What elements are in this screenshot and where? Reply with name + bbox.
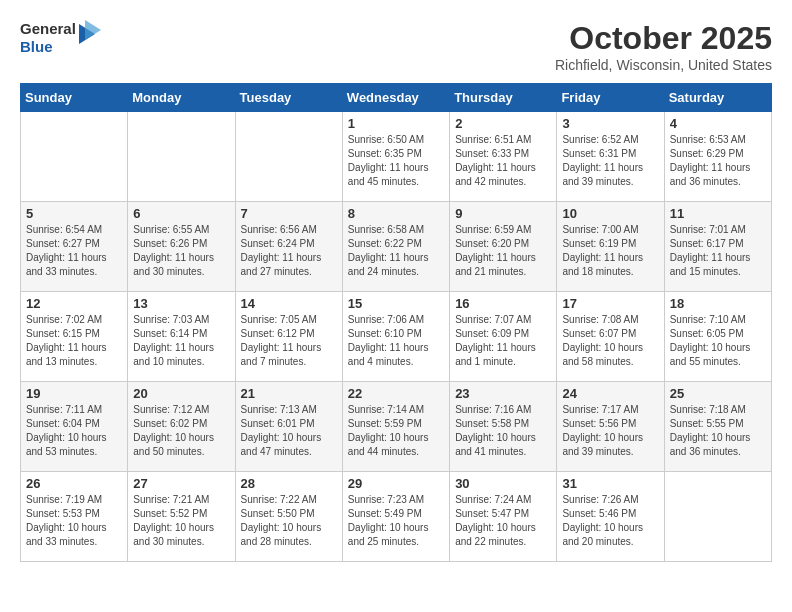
calendar-cell: 22Sunrise: 7:14 AM Sunset: 5:59 PM Dayli… — [342, 382, 449, 472]
day-number: 5 — [26, 206, 122, 221]
day-info: Sunrise: 7:26 AM Sunset: 5:46 PM Dayligh… — [562, 493, 658, 549]
calendar-table: SundayMondayTuesdayWednesdayThursdayFrid… — [20, 83, 772, 562]
day-number: 23 — [455, 386, 551, 401]
calendar-cell: 31Sunrise: 7:26 AM Sunset: 5:46 PM Dayli… — [557, 472, 664, 562]
logo: General Blue — [20, 20, 101, 56]
day-number: 8 — [348, 206, 444, 221]
day-info: Sunrise: 7:01 AM Sunset: 6:17 PM Dayligh… — [670, 223, 766, 279]
day-number: 17 — [562, 296, 658, 311]
day-of-week-header: Thursday — [450, 84, 557, 112]
svg-marker-1 — [85, 20, 101, 40]
calendar-cell: 2Sunrise: 6:51 AM Sunset: 6:33 PM Daylig… — [450, 112, 557, 202]
day-info: Sunrise: 6:51 AM Sunset: 6:33 PM Dayligh… — [455, 133, 551, 189]
day-info: Sunrise: 7:02 AM Sunset: 6:15 PM Dayligh… — [26, 313, 122, 369]
header-row: SundayMondayTuesdayWednesdayThursdayFrid… — [21, 84, 772, 112]
week-row: 26Sunrise: 7:19 AM Sunset: 5:53 PM Dayli… — [21, 472, 772, 562]
day-info: Sunrise: 7:14 AM Sunset: 5:59 PM Dayligh… — [348, 403, 444, 459]
calendar-cell — [128, 112, 235, 202]
logo-arrow-icon — [79, 20, 101, 48]
day-number: 18 — [670, 296, 766, 311]
calendar-cell: 9Sunrise: 6:59 AM Sunset: 6:20 PM Daylig… — [450, 202, 557, 292]
day-number: 2 — [455, 116, 551, 131]
day-info: Sunrise: 7:08 AM Sunset: 6:07 PM Dayligh… — [562, 313, 658, 369]
day-info: Sunrise: 7:07 AM Sunset: 6:09 PM Dayligh… — [455, 313, 551, 369]
day-of-week-header: Tuesday — [235, 84, 342, 112]
page-header: General Blue October 2025 Richfield, Wis… — [20, 20, 772, 73]
calendar-cell: 20Sunrise: 7:12 AM Sunset: 6:02 PM Dayli… — [128, 382, 235, 472]
day-number: 28 — [241, 476, 337, 491]
calendar-cell — [235, 112, 342, 202]
day-number: 7 — [241, 206, 337, 221]
calendar-cell: 4Sunrise: 6:53 AM Sunset: 6:29 PM Daylig… — [664, 112, 771, 202]
day-number: 25 — [670, 386, 766, 401]
location: Richfield, Wisconsin, United States — [555, 57, 772, 73]
day-info: Sunrise: 6:53 AM Sunset: 6:29 PM Dayligh… — [670, 133, 766, 189]
calendar-cell: 27Sunrise: 7:21 AM Sunset: 5:52 PM Dayli… — [128, 472, 235, 562]
day-number: 9 — [455, 206, 551, 221]
calendar-cell — [664, 472, 771, 562]
day-number: 3 — [562, 116, 658, 131]
day-of-week-header: Monday — [128, 84, 235, 112]
day-info: Sunrise: 7:23 AM Sunset: 5:49 PM Dayligh… — [348, 493, 444, 549]
day-number: 27 — [133, 476, 229, 491]
calendar-cell: 18Sunrise: 7:10 AM Sunset: 6:05 PM Dayli… — [664, 292, 771, 382]
day-of-week-header: Wednesday — [342, 84, 449, 112]
title-block: October 2025 Richfield, Wisconsin, Unite… — [555, 20, 772, 73]
day-number: 20 — [133, 386, 229, 401]
day-info: Sunrise: 6:55 AM Sunset: 6:26 PM Dayligh… — [133, 223, 229, 279]
day-info: Sunrise: 7:00 AM Sunset: 6:19 PM Dayligh… — [562, 223, 658, 279]
calendar-cell: 19Sunrise: 7:11 AM Sunset: 6:04 PM Dayli… — [21, 382, 128, 472]
calendar-cell: 23Sunrise: 7:16 AM Sunset: 5:58 PM Dayli… — [450, 382, 557, 472]
calendar-cell: 28Sunrise: 7:22 AM Sunset: 5:50 PM Dayli… — [235, 472, 342, 562]
calendar-body: 1Sunrise: 6:50 AM Sunset: 6:35 PM Daylig… — [21, 112, 772, 562]
day-info: Sunrise: 7:16 AM Sunset: 5:58 PM Dayligh… — [455, 403, 551, 459]
calendar-cell: 13Sunrise: 7:03 AM Sunset: 6:14 PM Dayli… — [128, 292, 235, 382]
calendar-cell: 29Sunrise: 7:23 AM Sunset: 5:49 PM Dayli… — [342, 472, 449, 562]
day-info: Sunrise: 7:13 AM Sunset: 6:01 PM Dayligh… — [241, 403, 337, 459]
day-of-week-header: Friday — [557, 84, 664, 112]
week-row: 12Sunrise: 7:02 AM Sunset: 6:15 PM Dayli… — [21, 292, 772, 382]
day-info: Sunrise: 7:11 AM Sunset: 6:04 PM Dayligh… — [26, 403, 122, 459]
calendar-cell: 25Sunrise: 7:18 AM Sunset: 5:55 PM Dayli… — [664, 382, 771, 472]
day-info: Sunrise: 7:24 AM Sunset: 5:47 PM Dayligh… — [455, 493, 551, 549]
calendar-cell: 3Sunrise: 6:52 AM Sunset: 6:31 PM Daylig… — [557, 112, 664, 202]
calendar-cell: 16Sunrise: 7:07 AM Sunset: 6:09 PM Dayli… — [450, 292, 557, 382]
day-info: Sunrise: 7:17 AM Sunset: 5:56 PM Dayligh… — [562, 403, 658, 459]
day-info: Sunrise: 7:21 AM Sunset: 5:52 PM Dayligh… — [133, 493, 229, 549]
day-info: Sunrise: 7:18 AM Sunset: 5:55 PM Dayligh… — [670, 403, 766, 459]
week-row: 5Sunrise: 6:54 AM Sunset: 6:27 PM Daylig… — [21, 202, 772, 292]
day-info: Sunrise: 6:59 AM Sunset: 6:20 PM Dayligh… — [455, 223, 551, 279]
day-info: Sunrise: 7:12 AM Sunset: 6:02 PM Dayligh… — [133, 403, 229, 459]
day-of-week-header: Sunday — [21, 84, 128, 112]
day-number: 21 — [241, 386, 337, 401]
calendar-cell: 21Sunrise: 7:13 AM Sunset: 6:01 PM Dayli… — [235, 382, 342, 472]
week-row: 1Sunrise: 6:50 AM Sunset: 6:35 PM Daylig… — [21, 112, 772, 202]
day-number: 26 — [26, 476, 122, 491]
calendar-cell: 1Sunrise: 6:50 AM Sunset: 6:35 PM Daylig… — [342, 112, 449, 202]
week-row: 19Sunrise: 7:11 AM Sunset: 6:04 PM Dayli… — [21, 382, 772, 472]
day-info: Sunrise: 7:22 AM Sunset: 5:50 PM Dayligh… — [241, 493, 337, 549]
day-number: 6 — [133, 206, 229, 221]
calendar-cell: 17Sunrise: 7:08 AM Sunset: 6:07 PM Dayli… — [557, 292, 664, 382]
day-number: 29 — [348, 476, 444, 491]
logo-general: General — [20, 20, 76, 38]
day-number: 12 — [26, 296, 122, 311]
day-number: 30 — [455, 476, 551, 491]
day-number: 24 — [562, 386, 658, 401]
day-info: Sunrise: 7:19 AM Sunset: 5:53 PM Dayligh… — [26, 493, 122, 549]
logo-blue: Blue — [20, 38, 76, 56]
day-info: Sunrise: 6:54 AM Sunset: 6:27 PM Dayligh… — [26, 223, 122, 279]
day-number: 1 — [348, 116, 444, 131]
day-info: Sunrise: 6:58 AM Sunset: 6:22 PM Dayligh… — [348, 223, 444, 279]
calendar-cell: 6Sunrise: 6:55 AM Sunset: 6:26 PM Daylig… — [128, 202, 235, 292]
day-info: Sunrise: 7:03 AM Sunset: 6:14 PM Dayligh… — [133, 313, 229, 369]
day-number: 14 — [241, 296, 337, 311]
day-number: 15 — [348, 296, 444, 311]
calendar-cell: 5Sunrise: 6:54 AM Sunset: 6:27 PM Daylig… — [21, 202, 128, 292]
day-info: Sunrise: 6:50 AM Sunset: 6:35 PM Dayligh… — [348, 133, 444, 189]
calendar-header: SundayMondayTuesdayWednesdayThursdayFrid… — [21, 84, 772, 112]
calendar-cell: 26Sunrise: 7:19 AM Sunset: 5:53 PM Dayli… — [21, 472, 128, 562]
calendar-cell: 7Sunrise: 6:56 AM Sunset: 6:24 PM Daylig… — [235, 202, 342, 292]
calendar-cell: 10Sunrise: 7:00 AM Sunset: 6:19 PM Dayli… — [557, 202, 664, 292]
day-number: 19 — [26, 386, 122, 401]
